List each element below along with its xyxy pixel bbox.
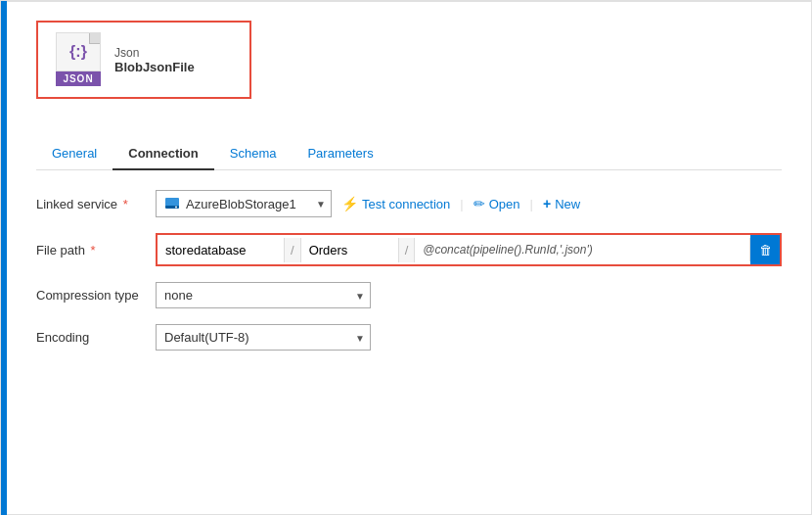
- separator-1: |: [460, 197, 463, 211]
- tabs-bar: General Connection Schema Parameters: [36, 138, 782, 170]
- compression-label: Compression type: [36, 288, 144, 303]
- encoding-row: Encoding Default(UTF-8) ▼: [36, 324, 782, 351]
- json-file-icon: {:} JSON: [54, 32, 103, 87]
- encoding-value: Default(UTF-8): [164, 330, 249, 345]
- file-path-required: *: [87, 243, 96, 258]
- open-link[interactable]: ✏ Open: [474, 196, 520, 211]
- file-path-expression-input[interactable]: [415, 238, 750, 261]
- file-path-label: File path *: [36, 243, 144, 258]
- linked-service-required: *: [119, 197, 128, 211]
- dataset-name-label: BlobJsonFile: [114, 60, 195, 74]
- tab-schema[interactable]: Schema: [214, 138, 293, 170]
- encoding-label: Encoding: [36, 330, 144, 345]
- compression-row: Compression type none ▼: [36, 282, 782, 308]
- linked-service-select-wrapper: AzureBlobStorage1 ▼: [156, 190, 332, 217]
- json-icon-paper: {:}: [56, 32, 101, 71]
- linked-service-row: Linked service * AzureBlobStorage1 ▼: [36, 190, 782, 217]
- content-area: {:} JSON Json BlobJsonFile General Conne…: [7, 1, 811, 515]
- top-border: [7, 1, 811, 2]
- tab-general[interactable]: General: [36, 138, 113, 170]
- linked-service-select[interactable]: AzureBlobStorage1: [156, 190, 332, 217]
- linked-service-controls: AzureBlobStorage1 ▼ ⚡ Test connection | …: [156, 190, 782, 217]
- test-connection-link[interactable]: ⚡ Test connection: [341, 196, 450, 211]
- file-path-inputs: / / 🗑: [156, 233, 782, 266]
- open-icon: ✏: [474, 196, 485, 211]
- dataset-info: Json BlobJsonFile: [114, 46, 195, 74]
- compression-select[interactable]: none: [156, 282, 371, 308]
- file-path-row: File path * / / 🗑: [36, 233, 782, 266]
- encoding-select-wrapper: Default(UTF-8) ▼: [156, 324, 371, 351]
- main-container: {:} JSON Json BlobJsonFile General Conne…: [0, 0, 812, 515]
- linked-service-value: AzureBlobStorage1: [186, 197, 296, 211]
- dataset-type-label: Json: [114, 46, 195, 60]
- compression-value: none: [164, 288, 193, 303]
- file-path-delete-button[interactable]: 🗑: [750, 235, 780, 264]
- storage-icon: [164, 196, 180, 211]
- test-connection-icon: ⚡: [341, 196, 358, 211]
- path-separator-2: /: [399, 238, 416, 262]
- file-path-folder-input[interactable]: [301, 238, 399, 262]
- linked-service-label: Linked service *: [36, 197, 144, 211]
- separator-2: |: [530, 197, 533, 211]
- path-separator-1: /: [285, 238, 301, 262]
- form-area: Linked service * AzureBlobStorage1 ▼: [36, 190, 782, 351]
- left-accent-bar: [1, 1, 7, 515]
- delete-icon: 🗑: [759, 243, 772, 258]
- encoding-select[interactable]: Default(UTF-8): [156, 324, 371, 351]
- file-path-container-input[interactable]: [158, 238, 285, 262]
- tab-connection[interactable]: Connection: [113, 138, 214, 170]
- dataset-card[interactable]: {:} JSON Json BlobJsonFile: [36, 21, 251, 99]
- compression-select-wrapper: none ▼: [156, 282, 371, 308]
- svg-point-2: [175, 207, 177, 209]
- tab-parameters[interactable]: Parameters: [292, 138, 388, 170]
- json-curly-braces: {:}: [69, 43, 87, 61]
- new-link[interactable]: + New: [543, 196, 580, 211]
- json-label-bar: JSON: [56, 71, 101, 86]
- new-icon: +: [543, 196, 551, 211]
